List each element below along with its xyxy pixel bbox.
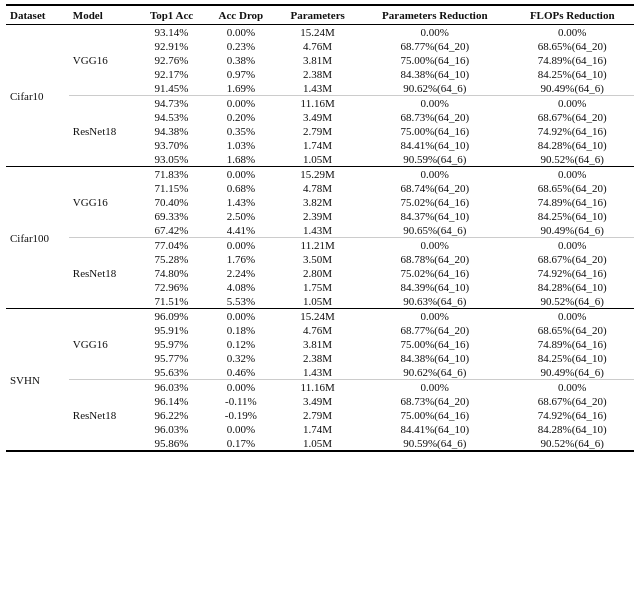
table-cell: 3.81M — [276, 53, 359, 67]
table-cell: 96.03% — [137, 380, 205, 395]
table-cell: 3.50M — [276, 252, 359, 266]
table-cell: 77.04% — [137, 238, 205, 253]
table-cell: 92.76% — [137, 53, 205, 67]
table-cell: -0.11% — [206, 394, 276, 408]
table-cell: 0.00% — [510, 25, 634, 40]
table-cell: 67.42% — [137, 223, 205, 238]
table-cell: 0.00% — [510, 96, 634, 111]
model-cell: VGG16 — [69, 25, 138, 96]
table-cell: 71.51% — [137, 294, 205, 309]
table-cell: 1.43M — [276, 81, 359, 96]
table-cell: 0.00% — [206, 167, 276, 182]
table-cell: 2.24% — [206, 266, 276, 280]
table-cell: 4.41% — [206, 223, 276, 238]
table-cell: 90.52%(64_6) — [510, 294, 634, 309]
table-cell: 90.62%(64_6) — [359, 81, 510, 96]
table-cell: 0.00% — [359, 25, 510, 40]
table-cell: 96.03% — [137, 422, 205, 436]
table-cell: 68.77%(64_20) — [359, 39, 510, 53]
table-cell: 1.74M — [276, 138, 359, 152]
table-cell: 1.05M — [276, 436, 359, 451]
table-cell: 0.00% — [510, 238, 634, 253]
table-cell: 84.37%(64_10) — [359, 209, 510, 223]
table-cell: 0.18% — [206, 323, 276, 337]
table-cell: 90.52%(64_6) — [510, 436, 634, 451]
table-cell: 3.81M — [276, 337, 359, 351]
table-cell: 11.21M — [276, 238, 359, 253]
table-cell: 68.74%(64_20) — [359, 181, 510, 195]
table-cell: 0.00% — [359, 96, 510, 111]
table-cell: 15.24M — [276, 309, 359, 324]
table-cell: 84.25%(64_10) — [510, 351, 634, 365]
table-cell: 4.76M — [276, 323, 359, 337]
table-cell: 74.89%(64_16) — [510, 195, 634, 209]
table-cell: 94.53% — [137, 110, 205, 124]
table-cell: 3.82M — [276, 195, 359, 209]
table-cell: 84.25%(64_10) — [510, 209, 634, 223]
table-cell: 1.05M — [276, 152, 359, 167]
table-cell: 84.41%(64_10) — [359, 422, 510, 436]
table-cell: 1.43M — [276, 223, 359, 238]
table-cell: 92.17% — [137, 67, 205, 81]
table-cell: 84.28%(64_10) — [510, 138, 634, 152]
table-cell: 0.46% — [206, 365, 276, 380]
table-cell: 75.00%(64_16) — [359, 53, 510, 67]
table-cell: 74.92%(64_16) — [510, 266, 634, 280]
table-cell: 74.80% — [137, 266, 205, 280]
table-cell: 4.08% — [206, 280, 276, 294]
table-cell: 74.92%(64_16) — [510, 124, 634, 138]
table-cell: 2.50% — [206, 209, 276, 223]
table-cell: 94.73% — [137, 96, 205, 111]
table-cell: 3.49M — [276, 110, 359, 124]
table-cell: 68.67%(64_20) — [510, 252, 634, 266]
results-table: Dataset Model Top1 Acc Acc Drop Paramete… — [6, 4, 634, 452]
table-cell: 3.49M — [276, 394, 359, 408]
table-cell: 15.24M — [276, 25, 359, 40]
table-cell: 5.53% — [206, 294, 276, 309]
table-cell: 1.74M — [276, 422, 359, 436]
table-cell: 70.40% — [137, 195, 205, 209]
table-cell: 84.25%(64_10) — [510, 67, 634, 81]
table-cell: 68.73%(64_20) — [359, 110, 510, 124]
col-header-accdrop: Acc Drop — [206, 5, 276, 25]
col-header-parameters: Parameters — [276, 5, 359, 25]
table-cell: 68.67%(64_20) — [510, 110, 634, 124]
table-cell: 93.70% — [137, 138, 205, 152]
table-cell: 90.62%(64_6) — [359, 365, 510, 380]
table-cell: 71.83% — [137, 167, 205, 182]
table-cell: 0.35% — [206, 124, 276, 138]
table-cell: 84.39%(64_10) — [359, 280, 510, 294]
table-cell: 0.00% — [510, 167, 634, 182]
col-header-flops-reduction: FLOPs Reduction — [510, 5, 634, 25]
table-cell: 84.28%(64_10) — [510, 422, 634, 436]
table-cell: 0.00% — [510, 309, 634, 324]
dataset-cell: Cifar10 — [6, 25, 69, 167]
table-cell: 84.41%(64_10) — [359, 138, 510, 152]
table-cell: 0.00% — [206, 380, 276, 395]
table-cell: 0.00% — [206, 25, 276, 40]
table-cell: 0.23% — [206, 39, 276, 53]
table-cell: 2.80M — [276, 266, 359, 280]
table-cell: 0.32% — [206, 351, 276, 365]
table-cell: 0.00% — [206, 422, 276, 436]
table-cell: 95.97% — [137, 337, 205, 351]
table-cell: 0.00% — [206, 238, 276, 253]
table-cell: 93.05% — [137, 152, 205, 167]
table-cell: 1.69% — [206, 81, 276, 96]
table-cell: 2.38M — [276, 67, 359, 81]
table-cell: 95.91% — [137, 323, 205, 337]
table-cell: 75.00%(64_16) — [359, 124, 510, 138]
table-cell: 68.65%(64_20) — [510, 323, 634, 337]
table-cell: 75.02%(64_16) — [359, 195, 510, 209]
table-container: Dataset Model Top1 Acc Acc Drop Paramete… — [0, 0, 640, 456]
table-cell: 0.00% — [359, 309, 510, 324]
table-cell: 68.65%(64_20) — [510, 181, 634, 195]
table-cell: 84.28%(64_10) — [510, 280, 634, 294]
table-cell: 93.14% — [137, 25, 205, 40]
table-cell: 94.38% — [137, 124, 205, 138]
table-cell: 1.43% — [206, 195, 276, 209]
table-cell: 15.29M — [276, 167, 359, 182]
table-cell: 11.16M — [276, 96, 359, 111]
table-cell: 1.68% — [206, 152, 276, 167]
table-cell: 74.89%(64_16) — [510, 53, 634, 67]
